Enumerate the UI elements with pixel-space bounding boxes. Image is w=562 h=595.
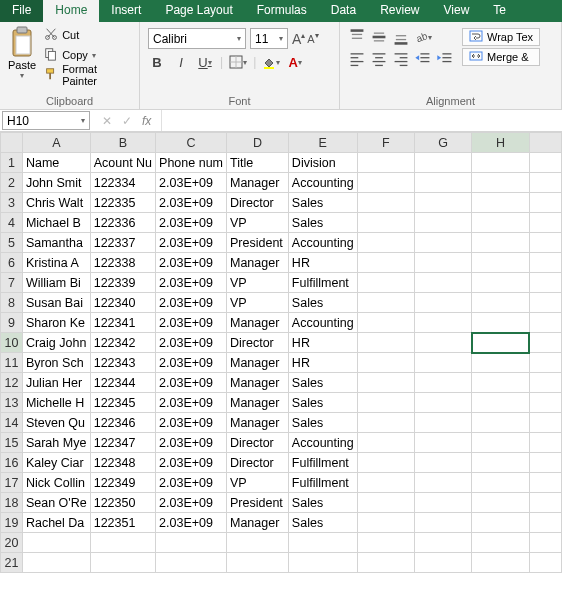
cell[interactable]: 122351	[90, 513, 155, 533]
cell[interactable]	[156, 553, 227, 573]
cell[interactable]: 122337	[90, 233, 155, 253]
align-left-button[interactable]	[348, 50, 366, 68]
cell[interactable]: 2.03E+09	[156, 493, 227, 513]
cell[interactable]	[472, 333, 529, 353]
fx-icon[interactable]: fx	[142, 114, 151, 128]
col-header-extra[interactable]	[529, 133, 561, 153]
cell[interactable]: 122339	[90, 273, 155, 293]
select-all-corner[interactable]	[1, 133, 23, 153]
cell[interactable]: 122334	[90, 173, 155, 193]
shrink-font-button[interactable]: A▾	[307, 31, 318, 47]
cell[interactable]: Craig John	[22, 333, 90, 353]
cell[interactable]	[414, 333, 471, 353]
row-header[interactable]: 19	[1, 513, 23, 533]
cell[interactable]: Chris Walt	[22, 193, 90, 213]
cell[interactable]: Acount Nu	[90, 153, 155, 173]
cell[interactable]: 2.03E+09	[156, 333, 227, 353]
cell[interactable]: Fulfillment	[288, 473, 357, 493]
cell[interactable]	[414, 553, 471, 573]
cell[interactable]: Julian Her	[22, 373, 90, 393]
cell[interactable]	[414, 193, 471, 213]
cell[interactable]: 2.03E+09	[156, 193, 227, 213]
cell[interactable]	[414, 353, 471, 373]
cell[interactable]	[414, 213, 471, 233]
row-header[interactable]: 5	[1, 233, 23, 253]
cell[interactable]: Sales	[288, 493, 357, 513]
cell[interactable]	[357, 413, 414, 433]
row-header[interactable]: 9	[1, 313, 23, 333]
cell[interactable]: Manager	[227, 373, 289, 393]
cell[interactable]: William Bi	[22, 273, 90, 293]
cell[interactable]: Michael B	[22, 213, 90, 233]
cell[interactable]	[529, 473, 561, 493]
format-painter-button[interactable]: Format Painter	[44, 66, 131, 84]
cell[interactable]	[472, 253, 529, 273]
cell[interactable]	[357, 213, 414, 233]
cell[interactable]: 2.03E+09	[156, 173, 227, 193]
orientation-button[interactable]: ab▾	[414, 28, 432, 46]
row-header[interactable]: 12	[1, 373, 23, 393]
cell[interactable]	[357, 153, 414, 173]
cell[interactable]: Sales	[288, 373, 357, 393]
row-header[interactable]: 13	[1, 393, 23, 413]
cell[interactable]: Sales	[288, 393, 357, 413]
cell[interactable]: Byron Sch	[22, 353, 90, 373]
cell[interactable]: Steven Qu	[22, 413, 90, 433]
tab-home[interactable]: Home	[43, 0, 99, 22]
cell[interactable]: John Smit	[22, 173, 90, 193]
cell[interactable]: 2.03E+09	[156, 413, 227, 433]
row-header[interactable]: 16	[1, 453, 23, 473]
cell[interactable]	[472, 493, 529, 513]
cell[interactable]	[529, 513, 561, 533]
cell[interactable]: Sharon Ke	[22, 313, 90, 333]
cell[interactable]: President	[227, 493, 289, 513]
cell[interactable]	[529, 453, 561, 473]
cell[interactable]	[414, 453, 471, 473]
cell[interactable]	[357, 353, 414, 373]
cell[interactable]: Sean O'Re	[22, 493, 90, 513]
cell[interactable]	[414, 173, 471, 193]
cell[interactable]	[357, 193, 414, 213]
align-top-button[interactable]	[348, 28, 366, 46]
row-header[interactable]: 2	[1, 173, 23, 193]
cell[interactable]: 122345	[90, 393, 155, 413]
cell[interactable]: Rachel Da	[22, 513, 90, 533]
cell[interactable]: 122350	[90, 493, 155, 513]
cell[interactable]	[472, 413, 529, 433]
cell[interactable]	[357, 253, 414, 273]
bold-button[interactable]: B	[148, 53, 166, 71]
cell[interactable]	[357, 373, 414, 393]
cell[interactable]: Manager	[227, 353, 289, 373]
cell[interactable]	[227, 533, 289, 553]
cell[interactable]	[472, 373, 529, 393]
cell[interactable]	[357, 493, 414, 513]
col-header-C[interactable]: C	[156, 133, 227, 153]
cell[interactable]: Phone num	[156, 153, 227, 173]
cell[interactable]	[414, 253, 471, 273]
align-right-button[interactable]	[392, 50, 410, 68]
fill-color-button[interactable]: ▾	[262, 53, 280, 71]
row-header[interactable]: 7	[1, 273, 23, 293]
cell[interactable]	[472, 553, 529, 573]
cell[interactable]	[472, 453, 529, 473]
cell[interactable]	[357, 293, 414, 313]
cell[interactable]: Manager	[227, 173, 289, 193]
cell[interactable]	[414, 433, 471, 453]
cell[interactable]: VP	[227, 213, 289, 233]
cell[interactable]: Sales	[288, 293, 357, 313]
cell[interactable]	[529, 273, 561, 293]
row-header[interactable]: 6	[1, 253, 23, 273]
align-middle-button[interactable]	[370, 28, 388, 46]
cell[interactable]	[288, 553, 357, 573]
copy-button[interactable]: Copy ▾	[44, 46, 131, 64]
cell[interactable]: Sales	[288, 213, 357, 233]
tab-file[interactable]: File	[0, 0, 43, 22]
cell[interactable]	[414, 273, 471, 293]
grow-font-button[interactable]: A▴	[292, 31, 305, 47]
row-header[interactable]: 3	[1, 193, 23, 213]
tab-formulas[interactable]: Formulas	[245, 0, 319, 22]
cell[interactable]: Accounting	[288, 173, 357, 193]
row-header[interactable]: 17	[1, 473, 23, 493]
cell[interactable]: 2.03E+09	[156, 253, 227, 273]
cell[interactable]	[288, 533, 357, 553]
